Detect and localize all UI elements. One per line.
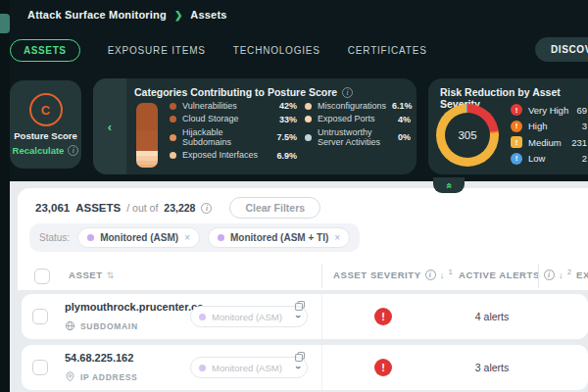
column-header-alerts[interactable]: ACTIVE ALERTS i ↓ 2	[459, 270, 572, 280]
posture-score-title: Posture Score	[14, 130, 76, 141]
categories-panel: ‹ Categories Contributing to Posture Sco…	[93, 78, 416, 174]
collapse-hero-button[interactable]: «	[433, 177, 465, 193]
filter-chip-monitored-asm-ti[interactable]: Monitored (ASM + TI) ×	[208, 227, 350, 248]
discovery-button[interactable]: DISCOVERY	[535, 37, 588, 62]
nav-tabbar: ASSETS EXPOSURE ITEMS TECHNOLOGIES CERTI…	[10, 37, 427, 63]
double-chevron-up-icon: «	[444, 182, 455, 188]
tab-technologies[interactable]: TECHNOLOGIES	[233, 45, 320, 56]
sidebar-expand-tab[interactable]	[0, 14, 10, 33]
very-high-severity-icon	[374, 308, 392, 325]
breadcrumb-parent[interactable]: Attack Surface Monitoring	[27, 9, 167, 21]
legend-item: Cloud Storage 33%	[170, 114, 297, 123]
posture-grade-ring: C	[29, 93, 63, 126]
active-alerts-link[interactable]: 3 alerts	[418, 362, 565, 373]
location-pin-icon	[65, 371, 75, 382]
copy-icon[interactable]	[294, 300, 306, 312]
posture-stacked-bar	[136, 103, 158, 168]
categories-legend-left: Vulnerabilities 42% Cloud Storage 33% Hi…	[170, 101, 297, 161]
risk-legend: Very High 69 High 3 Medium 231 Low 2	[511, 104, 587, 165]
status-dot	[199, 314, 206, 320]
legend-item: Misconfigurations 6.1%	[305, 101, 411, 111]
info-icon[interactable]: i	[68, 145, 78, 156]
status-dot	[199, 365, 206, 371]
column-header-severity[interactable]: ASSET SEVERITY i ↓ 1	[333, 270, 453, 280]
filter-chip-monitored-asm[interactable]: Monitored (ASM) ×	[77, 227, 200, 248]
tab-exposure-items[interactable]: EXPOSURE ITEMS	[108, 45, 206, 56]
legend-item: High 3	[511, 121, 587, 132]
active-alerts-link[interactable]: 4 alerts	[418, 311, 565, 322]
content-background: 23,061 ASSETS / out of 23,228 i Clear Fi…	[10, 181, 588, 392]
legend-item: Exposed Ports 4%	[305, 114, 411, 123]
risk-total: 305	[458, 129, 476, 141]
low-severity-icon	[511, 153, 522, 165]
info-icon[interactable]: i	[201, 203, 212, 214]
legend-dot	[305, 134, 312, 141]
assets-count: 23,061	[35, 202, 70, 214]
very-high-severity-icon	[511, 104, 522, 116]
legend-item: Very High 69	[511, 104, 587, 116]
chevron-right-icon: ❯	[174, 10, 182, 21]
risk-donut: 305	[436, 104, 499, 167]
posture-score-card: C Posture Score Recalculate i	[10, 80, 81, 169]
legend-dot	[305, 103, 312, 110]
assets-total: 23,228	[164, 202, 195, 214]
close-icon[interactable]: ×	[334, 233, 340, 243]
status-dropdown[interactable]: Monitored (ASM) ›	[190, 357, 308, 378]
status-dropdown[interactable]: Monitored (ASM) ›	[190, 306, 308, 327]
assets-table-card: 23,061 ASSETS / out of 23,228 i Clear Fi…	[18, 188, 588, 392]
legend-item: Medium 231	[511, 136, 587, 148]
table-body: plymouthrock.prucenter.co SUBDOMAIN Moni…	[18, 290, 588, 392]
table-row[interactable]: 54.68.225.162 IP ADDRESS Monitored (ASM)…	[22, 345, 588, 390]
legend-dot	[305, 116, 312, 122]
row-checkbox[interactable]	[32, 360, 48, 375]
row-checkbox[interactable]	[32, 309, 48, 324]
legend-dot	[170, 103, 176, 110]
tab-assets[interactable]: ASSETS	[10, 39, 80, 62]
high-severity-icon	[511, 121, 522, 132]
column-header-asset[interactable]: ASSET ⇅	[69, 270, 115, 280]
globe-icon	[65, 320, 75, 331]
table-row[interactable]: plymouthrock.prucenter.co SUBDOMAIN Moni…	[22, 294, 588, 339]
copy-icon[interactable]	[294, 351, 306, 363]
sort-icon[interactable]: ⇅	[107, 270, 115, 280]
medium-severity-icon	[511, 136, 522, 148]
status-filter-label: Status:	[39, 232, 70, 243]
legend-item: Exposed Interfaces 6.9%	[170, 150, 297, 160]
recalculate-link[interactable]: Recalculate	[13, 145, 65, 156]
categories-panel-title: Categories Contributing to Posture Score	[134, 86, 337, 98]
info-icon[interactable]: i	[544, 270, 555, 280]
sort-desc-icon[interactable]: ↓	[440, 270, 445, 280]
status-filter-bar: Status: Monitored (ASM) × Monitored (ASM…	[29, 223, 360, 252]
assets-count-label: ASSETS	[75, 202, 121, 214]
table-header: ASSET ⇅ ASSET SEVERITY i ↓ 1 ACTIVE ALER…	[18, 263, 588, 290]
status-dot	[87, 234, 94, 241]
legend-item: Low 2	[511, 153, 587, 165]
legend-dot	[170, 152, 176, 159]
asset-type-label: IP ADDRESS	[80, 372, 138, 382]
posture-grade: C	[41, 103, 50, 118]
info-icon[interactable]: i	[342, 87, 353, 98]
legend-item: Vulnerabilities 42%	[170, 101, 297, 111]
asset-type-label: SUBDOMAIN	[80, 321, 138, 331]
collapsed-sidebar-rail	[0, 0, 10, 392]
legend-dot	[170, 134, 176, 141]
close-icon[interactable]: ×	[184, 233, 190, 243]
asset-name[interactable]: 54.68.225.162	[65, 352, 133, 364]
legend-item: Untrustworthy Server Activities 0%	[305, 127, 411, 148]
breadcrumb-current: Assets	[190, 9, 226, 21]
chevron-down-icon: ›	[292, 315, 302, 318]
collapse-panel-handle[interactable]: ‹	[93, 78, 126, 174]
tab-certificates[interactable]: CERTIFICATES	[348, 45, 427, 56]
legend-item: Hijackable Subdomains 7.5%	[170, 127, 297, 148]
categories-legend-right: Misconfigurations 6.1% Exposed Ports 4% …	[305, 101, 411, 147]
column-header-truncated: EX	[576, 270, 588, 280]
chevron-left-icon: ‹	[108, 120, 112, 134]
asset-name[interactable]: plymouthrock.prucenter.co	[65, 301, 204, 313]
select-all-checkbox[interactable]	[34, 269, 50, 284]
info-icon[interactable]: i	[425, 270, 436, 280]
clear-filters-button[interactable]: Clear Filters	[229, 197, 320, 219]
legend-dot	[170, 116, 176, 122]
very-high-severity-icon	[374, 359, 392, 376]
sort-desc-icon[interactable]: ↓	[559, 270, 564, 280]
status-dot	[218, 234, 224, 241]
